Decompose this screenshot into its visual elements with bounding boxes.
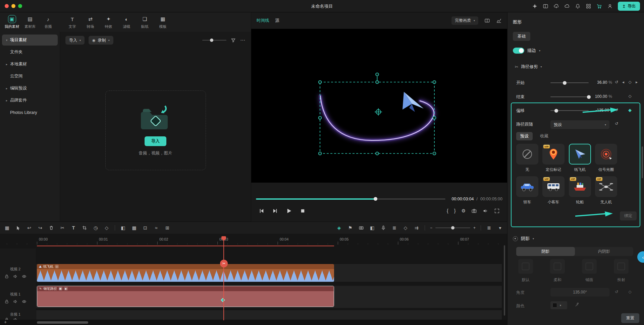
thumbnail-size-slider[interactable] (202, 40, 226, 41)
previous-frame-button[interactable] (259, 208, 264, 214)
account-avatar-icon[interactable] (607, 3, 613, 9)
mask-tool-icon[interactable]: ◧ (120, 225, 126, 231)
scopes-icon[interactable] (496, 18, 502, 23)
collapse-timeline-icon[interactable]: ▾ (497, 225, 503, 231)
redo-icon[interactable]: ↪ (37, 225, 43, 231)
sidebar-item-folder[interactable]: 文件夹 (2, 47, 58, 58)
keyframe-icon[interactable]: ◇ (628, 80, 632, 84)
keyframe-active-icon[interactable]: ◆ (628, 108, 632, 113)
offset-slider[interactable] (550, 110, 589, 111)
cloud-upload-icon[interactable] (553, 3, 559, 9)
import-dropzone[interactable]: 导入 音频，视频，图片 (105, 90, 206, 170)
basic-tab[interactable]: 基础 (513, 32, 530, 41)
shadow-section-header[interactable]: 阴影 ▾ (513, 236, 534, 242)
rotate-handle[interactable] (376, 73, 379, 76)
resize-handle-n[interactable] (376, 81, 379, 84)
preset-location-marker[interactable]: VIP (542, 144, 565, 165)
tab-templates[interactable]: ▦模板 (155, 15, 171, 29)
preset-car[interactable] (516, 176, 538, 197)
voiceover-mic-icon[interactable] (380, 225, 386, 231)
reset-icon[interactable]: ↺ (614, 121, 619, 126)
motion-track-icon[interactable]: ⊡ (142, 225, 148, 231)
time-ruler[interactable]: 00:00 00:01 00:02 00:03 00:04 00:05 00:0… (0, 236, 507, 245)
sidebar-item-edit-presets[interactable]: ▸编辑预设 (2, 83, 58, 94)
import-dropdown-button[interactable]: 导入▾ (65, 36, 85, 45)
clip-pen-path[interactable]: ✎ 钢笔路径 ▦ ◆ (37, 286, 334, 307)
lock-track-icon[interactable] (4, 274, 9, 279)
resize-handle-nw[interactable] (319, 81, 322, 84)
shadow-preset-default[interactable]: 默认 (516, 259, 535, 282)
select-tool-icon[interactable] (15, 225, 21, 231)
chroma-key-icon[interactable]: ▩ (131, 225, 137, 231)
start-value[interactable]: 36.80 (597, 80, 607, 85)
resize-handle-w[interactable] (319, 116, 322, 119)
audio-sync-icon[interactable]: ≈ (153, 225, 159, 231)
reset-icon[interactable]: ↺ (614, 80, 619, 84)
preset-paper-plane[interactable] (569, 144, 591, 165)
shadow-preset-cast[interactable]: 投射 (612, 259, 631, 282)
reset-icon[interactable]: ↺ (614, 108, 619, 113)
preview-tab-source[interactable]: 源 (275, 18, 280, 23)
end-slider[interactable] (550, 96, 589, 97)
speed-icon[interactable]: ◷ (93, 225, 99, 231)
preview-canvas[interactable] (251, 29, 507, 183)
eyedropper-icon[interactable] (575, 302, 580, 307)
tab-presets[interactable]: 预设 (516, 132, 533, 140)
tab-text[interactable]: T文字 (64, 15, 80, 29)
snapshot-icon[interactable] (358, 225, 364, 231)
tab-audio[interactable]: ♪音频 (40, 15, 56, 29)
resize-handle-ne[interactable] (433, 81, 436, 84)
tab-stock-media[interactable]: ▤素材库 (22, 15, 38, 29)
reset-all-button[interactable]: 重置 (621, 313, 639, 323)
resize-handle-e[interactable] (433, 116, 436, 119)
more-options-icon[interactable]: ⋯ (240, 37, 246, 43)
preset-signal-ring[interactable] (595, 144, 617, 165)
snap-icon[interactable]: ◈ (336, 225, 342, 231)
text-tool-icon[interactable]: T (70, 225, 76, 231)
mute-track-icon[interactable] (13, 299, 18, 304)
preset-none[interactable] (516, 144, 538, 165)
seek-bar[interactable] (256, 198, 445, 200)
export-button[interactable]: ↥ 导出 (618, 2, 640, 11)
apps-grid-icon[interactable] (586, 3, 591, 9)
tab-filters[interactable]: ◐滤镜 (119, 15, 135, 29)
mask-icon[interactable]: ◧ (369, 225, 375, 231)
keyframe-panel-icon[interactable]: ◇ (402, 225, 409, 231)
volume-icon[interactable] (483, 208, 488, 214)
start-slider[interactable] (550, 82, 589, 83)
delete-icon[interactable] (48, 225, 54, 231)
tab-stickers[interactable]: ❏贴纸 (137, 15, 153, 29)
split-scissors-icon[interactable]: ✂ (59, 225, 65, 231)
crop-icon[interactable] (82, 225, 88, 231)
playback-settings-icon[interactable]: ⚙ (461, 208, 466, 213)
tab-effects[interactable]: ✦特效 (101, 15, 116, 29)
panel-scrollbar[interactable] (642, 146, 643, 178)
split-at-playhead-button[interactable]: ✂ (220, 260, 228, 267)
prev-keyframe-icon[interactable]: ◂ (621, 80, 626, 84)
sidebar-item-photos-library[interactable]: Photos Library (2, 107, 58, 118)
zoom-slider[interactable] (435, 227, 470, 228)
snapshot-camera-icon[interactable] (471, 208, 477, 214)
keyframe-icon[interactable]: ◇ (628, 94, 632, 99)
shadow-toggle[interactable] (513, 236, 518, 241)
shadow-angle-input[interactable]: 135.00° (550, 288, 609, 297)
keyframe-icon[interactable]: ◇ (628, 289, 632, 294)
zoom-out-icon[interactable]: − (430, 225, 432, 230)
import-button[interactable]: 导入 (145, 136, 166, 146)
anchor-crosshair[interactable] (375, 108, 382, 116)
lock-track-icon[interactable] (4, 299, 9, 304)
reset-icon[interactable]: ↺ (614, 289, 619, 294)
quality-dropdown[interactable]: 完整画质▾ (451, 16, 478, 25)
cloud-sync-icon[interactable] (564, 3, 570, 9)
zoom-in-icon[interactable]: + (473, 225, 476, 230)
notifications-bell-icon[interactable] (575, 3, 581, 9)
split-compare-icon[interactable] (484, 18, 490, 23)
workspace-layout-icon[interactable] (543, 3, 548, 9)
sidebar-item-local-media[interactable]: ▸本地素材 (2, 59, 58, 70)
stop-button[interactable] (300, 208, 306, 214)
add-track-plus-icon[interactable]: + (4, 319, 7, 325)
tab-shadow-outer[interactable]: 阴影 (516, 247, 575, 256)
tab-favorites[interactable]: 收藏 (536, 132, 552, 140)
tab-my-media[interactable]: ▣我的素材 (4, 15, 20, 29)
effects-store-icon[interactable] (532, 3, 538, 9)
